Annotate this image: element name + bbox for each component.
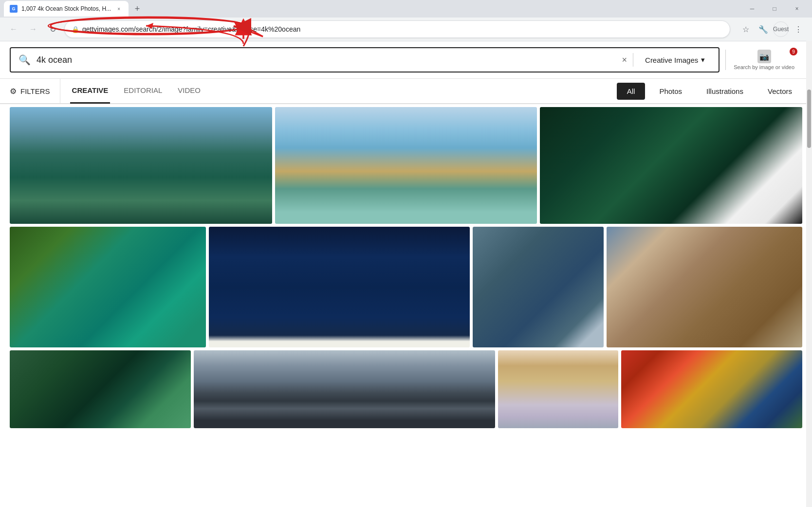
tab-video[interactable]: VIDEO xyxy=(176,78,203,104)
list-item[interactable] xyxy=(540,107,802,224)
search-icon: 🔍 xyxy=(18,54,31,66)
list-item[interactable] xyxy=(621,350,802,428)
tab-vectors[interactable]: Vectors xyxy=(757,83,802,100)
minimize-button[interactable]: ─ xyxy=(741,0,763,18)
grid-row-2 xyxy=(10,227,802,347)
tab-bar: G 1,007 4k Ocean Stock Photos, H... × + … xyxy=(0,0,812,18)
tab-illustrations[interactable]: Illustrations xyxy=(696,83,754,100)
search-type-selector[interactable]: Creative Images ▾ xyxy=(639,55,711,64)
forward-button[interactable]: → xyxy=(25,21,41,37)
filters-icon: ⚙ xyxy=(10,87,17,96)
extensions-button[interactable]: 🔧 xyxy=(756,21,771,37)
image-aerial-islands xyxy=(10,107,272,224)
image-mountain-arid xyxy=(607,227,803,347)
getty-ui: 🔍 × Creative Images ▾ 📷 9 Search by imag… xyxy=(0,41,812,507)
refresh-button[interactable]: ↻ xyxy=(45,21,60,37)
list-item[interactable] xyxy=(209,227,470,347)
media-type-tabs: All Photos Illustrations Vectors xyxy=(617,83,802,100)
tab-all[interactable]: All xyxy=(617,83,646,100)
tab-editorial[interactable]: EDITORIAL xyxy=(122,78,164,104)
search-divider xyxy=(633,53,633,67)
image-grid xyxy=(0,104,812,431)
search-badge: 9 xyxy=(790,48,797,55)
profile-button[interactable]: Guest xyxy=(773,21,789,37)
list-item[interactable] xyxy=(275,107,537,224)
filters-button[interactable]: ⚙ FILTERS xyxy=(10,79,60,103)
image-sailboat xyxy=(209,227,470,347)
window-controls: ─ □ × xyxy=(741,0,808,18)
filters-tabs-bar: ⚙ FILTERS CREATIVE EDITORIAL VIDEO All xyxy=(0,79,812,104)
list-item[interactable] xyxy=(498,350,619,428)
scrollbar[interactable] xyxy=(806,41,812,507)
image-coastal-road xyxy=(10,227,206,347)
list-item[interactable] xyxy=(10,227,206,347)
address-bar-row: ← → ↻ 🔒 gettyimages.com/search/2/image?f… xyxy=(0,18,812,41)
maximize-button[interactable]: □ xyxy=(763,0,786,18)
camera-icon: 📷 xyxy=(757,50,771,63)
url-text: gettyimages.com/search/2/image?family=cr… xyxy=(82,25,723,33)
page-container: G 1,007 4k Ocean Stock Photos, H... × + … xyxy=(0,0,812,507)
tab-close-button[interactable]: × xyxy=(115,5,123,13)
search-input[interactable] xyxy=(37,55,616,65)
image-palm-island xyxy=(275,107,537,224)
image-ocean-waves xyxy=(540,107,802,224)
tab-title: 1,007 4k Ocean Stock Photos, H... xyxy=(21,5,111,12)
image-seabirds xyxy=(473,227,603,347)
browser-actions: ☆ 🔧 Guest ⋮ xyxy=(738,21,806,37)
menu-button[interactable]: ⋮ xyxy=(791,21,806,37)
dropdown-chevron-icon: ▾ xyxy=(701,55,705,64)
list-item[interactable] xyxy=(607,227,803,347)
list-item[interactable] xyxy=(194,350,495,428)
search-bar[interactable]: 🔍 × Creative Images ▾ xyxy=(10,47,720,72)
image-colorful-textile xyxy=(621,350,802,428)
list-item[interactable] xyxy=(10,107,272,224)
clear-search-button[interactable]: × xyxy=(622,55,627,65)
browser-chrome: G 1,007 4k Ocean Stock Photos, H... × + … xyxy=(0,0,812,41)
search-type-label: Creative Images xyxy=(645,56,698,64)
filters-label: FILTERS xyxy=(20,87,50,95)
lock-icon: 🔒 xyxy=(72,26,78,33)
tab-favicon: G xyxy=(10,5,18,13)
grid-row-3 xyxy=(10,350,802,428)
scrollbar-thumb[interactable] xyxy=(807,90,811,148)
image-warship xyxy=(194,350,495,428)
content-type-tabs: CREATIVE EDITORIAL VIDEO xyxy=(70,78,203,104)
tab-creative[interactable]: CREATIVE xyxy=(70,78,111,104)
image-coastal-cliff xyxy=(10,350,191,428)
bookmark-button[interactable]: ☆ xyxy=(738,21,754,37)
browser-tab[interactable]: G 1,007 4k Ocean Stock Photos, H... × xyxy=(4,1,129,17)
image-grid-container xyxy=(0,104,812,507)
search-bar-container: 🔍 × Creative Images ▾ 📷 9 Search by imag… xyxy=(0,41,812,79)
address-bar[interactable]: 🔒 gettyimages.com/search/2/image?family=… xyxy=(64,20,730,38)
search-by-image-label: Search by image or video xyxy=(734,64,794,70)
list-item[interactable] xyxy=(10,350,191,428)
image-lighthouse xyxy=(498,350,619,428)
list-item[interactable] xyxy=(473,227,603,347)
new-tab-button[interactable]: + xyxy=(130,2,144,16)
search-by-image-button[interactable]: 📷 9 Search by image or video xyxy=(725,50,802,70)
close-button[interactable]: × xyxy=(786,0,808,18)
grid-row-1 xyxy=(10,107,802,224)
tab-photos[interactable]: Photos xyxy=(649,83,692,100)
back-button[interactable]: ← xyxy=(6,21,21,37)
